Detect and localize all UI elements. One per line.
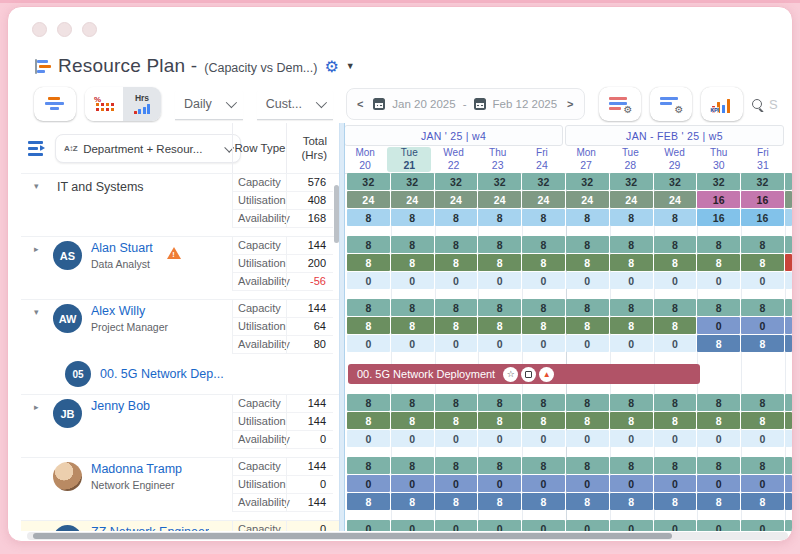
grid-cell[interactable]: 0 bbox=[654, 335, 697, 352]
grid-cell[interactable]: 8 bbox=[347, 394, 390, 411]
grid-cell[interactable]: 8 bbox=[610, 236, 653, 253]
hours-view-button[interactable]: Hrs bbox=[123, 87, 161, 121]
grid-cell[interactable]: 0 bbox=[610, 272, 653, 289]
resource-name[interactable]: 00. 5G Network Dep... bbox=[100, 367, 224, 381]
row-display-settings-button[interactable]: ⚙ bbox=[599, 87, 641, 121]
group-by-select[interactable]: A↕Z Department + Resour... bbox=[55, 134, 241, 163]
horizontal-scrollbar-thumb[interactable] bbox=[33, 533, 672, 539]
row-name-cell[interactable]: ▸ASAlan StuartData Analyst! bbox=[21, 237, 232, 291]
row-name-cell[interactable]: Madonna TrampNetwork Engineer bbox=[21, 458, 232, 512]
grid-cell[interactable]: 0 bbox=[391, 475, 434, 492]
grid-cell[interactable]: 8 bbox=[522, 493, 565, 510]
grid-cell[interactable]: 0 bbox=[697, 317, 740, 334]
grid-cell[interactable]: 8 bbox=[347, 412, 390, 429]
grid-cell[interactable]: 8 bbox=[741, 299, 784, 316]
expand-rows-icon[interactable] bbox=[28, 140, 48, 156]
window-control-dot[interactable] bbox=[57, 22, 72, 37]
gantt-view-button[interactable] bbox=[34, 87, 76, 121]
grid-cell[interactable]: 24 bbox=[435, 191, 478, 208]
collapse-caret-icon[interactable]: ▾ bbox=[34, 178, 48, 228]
grid-cell[interactable]: 8 bbox=[347, 254, 390, 271]
plan-settings-gear-icon[interactable]: ⚙ bbox=[324, 57, 338, 76]
grid-cell[interactable]: 24 bbox=[610, 191, 653, 208]
grid-cell[interactable]: 8 bbox=[697, 335, 740, 352]
grid-cell[interactable]: 24 bbox=[654, 191, 697, 208]
row-name-cell[interactable]: ZNZZ Network Engineer bbox=[21, 521, 232, 531]
grid-cell[interactable]: 0 bbox=[741, 520, 784, 531]
grid-cell[interactable]: 24 bbox=[478, 191, 521, 208]
row-name-cell[interactable]: 0500. 5G Network Dep... bbox=[21, 361, 232, 387]
grid-cell[interactable]: 0 bbox=[566, 475, 609, 492]
grid-cell[interactable]: 8 bbox=[610, 412, 653, 429]
row-name-cell[interactable]: ▾IT and Systems bbox=[21, 174, 232, 228]
grid-cell[interactable]: 32 bbox=[741, 173, 784, 190]
day-header[interactable]: Wed29 bbox=[652, 147, 696, 172]
grid-cell[interactable]: 16 bbox=[697, 209, 740, 226]
grid-cell[interactable]: 8 bbox=[610, 394, 653, 411]
grid-cell[interactable]: 8 bbox=[391, 412, 434, 429]
grid-cell[interactable]: 8 bbox=[478, 209, 521, 226]
grid-cell[interactable]: 8 bbox=[391, 317, 434, 334]
grid-cell[interactable]: 8 bbox=[347, 209, 390, 226]
left-panel-vertical-scrollbar[interactable] bbox=[334, 185, 339, 243]
grid-cell[interactable]: 0 bbox=[610, 430, 653, 447]
grid-cell[interactable]: 8 bbox=[741, 394, 784, 411]
grid-cell[interactable]: 8 bbox=[478, 236, 521, 253]
expand-caret-icon[interactable]: ▸ bbox=[34, 241, 48, 291]
grid-cell[interactable]: 8 bbox=[610, 457, 653, 474]
grid-cell[interactable]: 8 bbox=[654, 209, 697, 226]
grid-cell[interactable]: 8 bbox=[478, 493, 521, 510]
grid-cell[interactable]: 32 bbox=[347, 173, 390, 190]
grid-cell[interactable]: 16 bbox=[741, 209, 784, 226]
grid-cell[interactable]: 32 bbox=[478, 173, 521, 190]
day-header[interactable]: Mon20 bbox=[343, 147, 387, 172]
grid-cell[interactable]: 32 bbox=[566, 173, 609, 190]
grid-cell[interactable]: 0 bbox=[347, 520, 390, 531]
window-control-dot[interactable] bbox=[32, 22, 47, 37]
grid-cell[interactable]: 16 bbox=[741, 191, 784, 208]
grid-cell[interactable]: 8 bbox=[522, 412, 565, 429]
grid-cell[interactable]: 8 bbox=[391, 236, 434, 253]
grid-cell[interactable]: 8 bbox=[697, 254, 740, 271]
grid-cell[interactable]: 8 bbox=[435, 317, 478, 334]
grid-cell[interactable]: 8 bbox=[697, 457, 740, 474]
grid-cell[interactable]: 0 bbox=[741, 272, 784, 289]
grid-cell[interactable]: 0 bbox=[347, 272, 390, 289]
grid-cell[interactable]: 0 bbox=[697, 430, 740, 447]
grid-cell[interactable]: 8 bbox=[347, 493, 390, 510]
grid-cell[interactable]: 8 bbox=[522, 299, 565, 316]
grid-cell[interactable]: 0 bbox=[610, 520, 653, 531]
grid-cell[interactable]: 8 bbox=[347, 317, 390, 334]
grid-cell[interactable]: 8 bbox=[435, 457, 478, 474]
grid-cell[interactable]: 8 bbox=[435, 236, 478, 253]
grid-cell[interactable]: 8 bbox=[391, 457, 434, 474]
grid-cell[interactable]: 32 bbox=[610, 173, 653, 190]
grid-cell[interactable]: 8 bbox=[435, 412, 478, 429]
grid-cell[interactable]: 8 bbox=[654, 299, 697, 316]
grid-cell[interactable]: 0 bbox=[654, 520, 697, 531]
day-header[interactable]: Fri31 bbox=[741, 147, 785, 172]
grid-cell[interactable]: 8 bbox=[566, 299, 609, 316]
grid-cell[interactable]: 0 bbox=[435, 335, 478, 352]
grid-cell[interactable]: 0 bbox=[522, 520, 565, 531]
grid-cell[interactable]: 8 bbox=[654, 412, 697, 429]
row-name-cell[interactable]: ▸JBJenny Bob bbox=[21, 395, 232, 449]
grid-cell[interactable]: 8 bbox=[522, 317, 565, 334]
percentage-view-button[interactable]: % bbox=[85, 87, 123, 121]
day-header[interactable]: Tue28 bbox=[608, 147, 652, 172]
grid-cell[interactable]: 0 bbox=[478, 520, 521, 531]
grid-cell[interactable]: 24 bbox=[566, 191, 609, 208]
grid-cell[interactable]: 0 bbox=[566, 335, 609, 352]
grid-cell[interactable]: 8 bbox=[654, 236, 697, 253]
grid-cell[interactable]: 8 bbox=[654, 457, 697, 474]
grid-cell[interactable]: 24 bbox=[522, 191, 565, 208]
grid-cell[interactable]: 8 bbox=[522, 394, 565, 411]
grid-cell[interactable]: 8 bbox=[478, 394, 521, 411]
grid-cell[interactable]: 8 bbox=[522, 209, 565, 226]
kpi-button[interactable]: KPI bbox=[701, 87, 743, 121]
grid-cell[interactable]: 8 bbox=[566, 394, 609, 411]
grid-cell[interactable]: 0 bbox=[391, 335, 434, 352]
grid-cell[interactable]: 8 bbox=[391, 209, 434, 226]
grid-cell[interactable]: 0 bbox=[654, 430, 697, 447]
grid-cell[interactable]: 0 bbox=[522, 475, 565, 492]
